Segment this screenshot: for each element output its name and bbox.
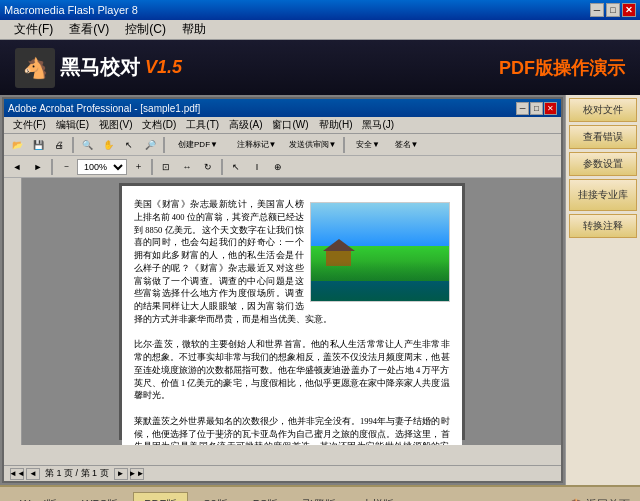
tb-sep2	[163, 137, 165, 153]
acrobat-titlebar: Adobe Acrobat Professional - [sample1.pd…	[4, 99, 561, 117]
acrobat-title-buttons: ─ □ ✕	[516, 102, 557, 115]
menu-help[interactable]: 帮助	[174, 19, 214, 40]
btn-settings[interactable]: 参数设置	[569, 152, 637, 176]
nav-next[interactable]: ►	[114, 468, 128, 480]
acrobat-maximize[interactable]: □	[530, 102, 543, 115]
doc-area: Adobe Acrobat Professional - [sample1.pd…	[0, 95, 565, 485]
acrobat-title: Adobe Acrobat Professional - [sample1.pd…	[8, 103, 200, 114]
tb-sep3	[343, 137, 345, 153]
bottom-bar: Word版 WPS版 PDF版 S2版 PS版 飞腾版 小样版 🐴 返回首页	[0, 485, 640, 501]
nav-last[interactable]: ►►	[130, 468, 144, 480]
menu-file[interactable]: 文件(F)	[6, 19, 61, 40]
tb-rotate[interactable]: ↻	[198, 158, 218, 176]
image-roof	[323, 239, 355, 251]
right-sidebar: 校对文件 查看错误 参数设置 挂接专业库 转换注释	[565, 95, 640, 485]
tb-snap[interactable]: ⊕	[268, 158, 288, 176]
btn-proofread-file[interactable]: 校对文件	[569, 98, 637, 122]
logo-horse-icon: 🐴	[15, 48, 55, 88]
doc-pages: 美国《财富》杂志最新统计，美国富人榜上排名前 400 位的富翁，其资产总额已经达…	[4, 178, 561, 445]
logo-text: 黑马校对	[60, 54, 140, 81]
page-shadow: 美国《财富》杂志最新统计，美国富人榜上排名前 400 位的富翁，其资产总额已经达…	[119, 183, 465, 440]
tb-sep4	[51, 159, 53, 175]
document-page: 美国《财富》杂志最新统计，美国富人榜上排名前 400 位的富翁，其资产总额已经达…	[122, 186, 462, 445]
btn-connect-library[interactable]: 挂接专业库	[569, 179, 637, 211]
tb-fit-width[interactable]: ↔	[177, 158, 197, 176]
image-overlay	[311, 261, 449, 301]
tb-save[interactable]: 💾	[28, 136, 48, 154]
version-label: V1.5	[145, 57, 182, 78]
tb-print[interactable]: 🖨	[49, 136, 69, 154]
tb-zoom[interactable]: 🔎	[140, 136, 160, 154]
tb-security[interactable]: 安全▼	[348, 136, 388, 154]
acrobat-close[interactable]: ✕	[544, 102, 557, 115]
menu-view[interactable]: 查看(V)	[61, 19, 117, 40]
title-bar-buttons: ─ □ ✕	[590, 3, 636, 17]
title-bar: Macromedia Flash Player 8 ─ □ ✕	[0, 0, 640, 20]
tab-s2[interactable]: S2版	[193, 493, 237, 502]
tab-xiaoyang[interactable]: 小样版	[351, 493, 404, 502]
tab-pdf[interactable]: PDF版	[133, 492, 188, 502]
btn-view-errors[interactable]: 查看错误	[569, 125, 637, 149]
acrobat-menu: 文件(F) 编辑(E) 视图(V) 文档(D) 工具(T) 高级(A) 窗口(W…	[4, 117, 561, 134]
page-info: 第 1 页 / 第 1 页	[45, 467, 109, 480]
tb-open[interactable]: 📂	[7, 136, 27, 154]
bottom-tabs: Word版 WPS版 PDF版 S2版 PS版 飞腾版 小样版	[10, 492, 404, 502]
acrobat-menu-file[interactable]: 文件(F)	[8, 117, 51, 133]
page-text-2: 比尔·盖茨，微软的主要创始人和世界首富。他的私人生活常常让人产生非常非常的想象。…	[134, 338, 450, 402]
menu-control[interactable]: 控制(C)	[117, 19, 174, 40]
nav-prev[interactable]: ◄	[26, 468, 40, 480]
acrobat-menu-view[interactable]: 视图(V)	[94, 117, 137, 133]
return-home-text: 返回首页	[586, 497, 630, 502]
page-image	[310, 202, 450, 302]
acrobat-window: Adobe Acrobat Professional - [sample1.pd…	[2, 97, 563, 483]
tb-search[interactable]: 🔍	[77, 136, 97, 154]
tab-wps[interactable]: WPS版	[72, 493, 128, 502]
nav-first[interactable]: ◄◄	[10, 468, 24, 480]
tab-word[interactable]: Word版	[10, 493, 67, 502]
header-title: PDF版操作演示	[499, 56, 625, 80]
tb-sign[interactable]: 签名▼	[389, 136, 424, 154]
acrobat-menu-heima[interactable]: 黑马(J)	[357, 117, 399, 133]
acrobat-menu-help[interactable]: 帮助(H)	[314, 117, 358, 133]
acrobat-menu-advanced[interactable]: 高级(A)	[224, 117, 267, 133]
title-bar-text: Macromedia Flash Player 8	[4, 4, 138, 16]
tb-sep1	[72, 137, 74, 153]
maximize-button[interactable]: □	[606, 3, 620, 17]
menu-bar: 文件(F) 查看(V) 控制(C) 帮助	[0, 20, 640, 40]
acrobat-toolbar2: ◄ ► － 100% 75% 125% ＋ ⊡ ↔ ↻ ↖ I ⊕	[4, 156, 561, 178]
tb-cursor[interactable]: ↖	[226, 158, 246, 176]
tb-hand[interactable]: ✋	[98, 136, 118, 154]
logo-version: V1.5	[145, 57, 182, 78]
tb-select[interactable]: ↖	[119, 136, 139, 154]
acrobat-menu-edit[interactable]: 编辑(E)	[51, 117, 94, 133]
close-button[interactable]: ✕	[622, 3, 636, 17]
tb-prev[interactable]: ◄	[7, 158, 27, 176]
tb-text-select[interactable]: I	[247, 158, 267, 176]
acrobat-menu-window[interactable]: 窗口(W)	[267, 117, 313, 133]
tb-send[interactable]: 发送供审阅▼	[285, 136, 340, 154]
minimize-button[interactable]: ─	[590, 3, 604, 17]
logo-area: 🐴 黑马校对 V1.5	[15, 48, 182, 88]
acrobat-menu-doc[interactable]: 文档(D)	[137, 117, 181, 133]
tb-fit-page[interactable]: ⊡	[156, 158, 176, 176]
doc-content[interactable]: 美国《财富》杂志最新统计，美国富人榜上排名前 400 位的富翁，其资产总额已经达…	[22, 178, 561, 445]
acrobat-toolbar1: 📂 💾 🖨 🔍 ✋ ↖ 🔎 创建PDF▼ 注释标记▼ 发送供审阅▼ 安全▼ 签名…	[4, 134, 561, 156]
tb-annotate[interactable]: 注释标记▼	[229, 136, 284, 154]
tb-sep6	[221, 159, 223, 175]
btn-convert-notes[interactable]: 转换注释	[569, 214, 637, 238]
bottom-logo[interactable]: 🐴 返回首页	[569, 497, 630, 502]
tab-ps[interactable]: PS版	[243, 493, 289, 502]
main-header: 🐴 黑马校对 V1.5 PDF版操作演示	[0, 40, 640, 95]
tb-create-pdf[interactable]: 创建PDF▼	[168, 136, 228, 154]
acrobat-menu-tools[interactable]: 工具(T)	[181, 117, 224, 133]
acrobat-statusbar: ◄◄ ◄ 第 1 页 / 第 1 页 ► ►►	[4, 465, 561, 481]
acrobat-minimize[interactable]: ─	[516, 102, 529, 115]
tb-zoomin[interactable]: ＋	[128, 158, 148, 176]
doc-left-panel	[4, 178, 22, 445]
tab-feiteng[interactable]: 飞腾版	[293, 493, 346, 502]
tb-next[interactable]: ►	[28, 158, 48, 176]
zoom-dropdown[interactable]: 100% 75% 125%	[77, 159, 127, 175]
content-wrapper: Adobe Acrobat Professional - [sample1.pd…	[0, 95, 640, 485]
tb-zoomout[interactable]: －	[56, 158, 76, 176]
tb-sep5	[151, 159, 153, 175]
